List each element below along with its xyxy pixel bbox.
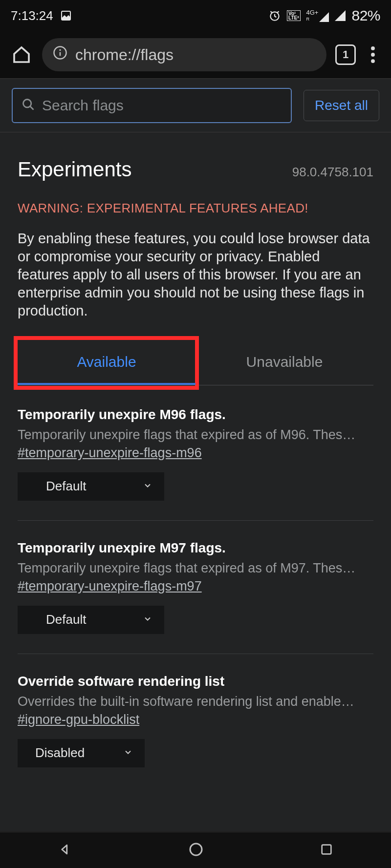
warning-heading: WARNING: EXPERIMENTAL FEATURES AHEAD! <box>18 201 373 216</box>
flags-list: Temporarily unexpire M96 flags. Temporar… <box>18 385 373 787</box>
search-row: Reset all <box>0 79 391 132</box>
tab-available[interactable]: Available <box>18 341 196 385</box>
volte-icon: Vo¹LTE² <box>287 10 300 21</box>
status-bar: 7:13:24 Vo¹LTE² 4G+R 82% <box>0 0 391 31</box>
flag-description: Temporarily unexpire flags that expired … <box>18 427 373 443</box>
chevron-down-icon <box>143 479 152 494</box>
tabs-button[interactable]: 1 <box>335 44 356 65</box>
flag-select[interactable]: Default <box>18 606 164 634</box>
flag-hash-link[interactable]: #temporary-unexpire-flags-m96 <box>18 445 202 461</box>
flag-description: Overrides the built-in software renderin… <box>18 694 373 709</box>
battery-percent: 82% <box>351 7 380 24</box>
svg-point-4 <box>371 46 375 50</box>
omnibox-url: chrome://flags <box>75 46 174 64</box>
system-navbar <box>0 832 391 868</box>
svg-point-7 <box>23 100 31 107</box>
signal-icon <box>335 10 346 21</box>
home-button[interactable] <box>10 43 33 66</box>
flag-select-value: Default <box>46 612 86 627</box>
flag-hash-link[interactable]: #temporary-unexpire-flags-m97 <box>18 579 202 594</box>
flag-title: Override software rendering list <box>18 674 373 689</box>
flag-select-value: Default <box>46 479 86 494</box>
warning-body: By enabling these features, you could lo… <box>18 230 373 320</box>
image-icon <box>60 10 72 21</box>
info-icon <box>53 45 67 64</box>
browser-toolbar: chrome://flags 1 <box>0 31 391 79</box>
tab-unavailable[interactable]: Unavailable <box>196 341 373 385</box>
svg-point-5 <box>371 53 375 57</box>
svg-rect-9 <box>322 845 331 854</box>
flag-description: Temporarily unexpire flags that expired … <box>18 561 373 576</box>
svg-point-6 <box>371 59 375 63</box>
search-input[interactable] <box>42 97 282 114</box>
nav-back-button[interactable] <box>58 842 72 859</box>
omnibox[interactable]: chrome://flags <box>42 38 326 71</box>
nav-recents-button[interactable] <box>320 843 333 858</box>
svg-point-3 <box>59 49 61 51</box>
svg-point-8 <box>190 844 202 855</box>
flag-hash-link[interactable]: #ignore-gpu-blocklist <box>18 712 139 727</box>
search-box[interactable] <box>12 88 292 123</box>
chevron-down-icon <box>123 745 133 761</box>
overflow-menu-button[interactable] <box>365 44 381 65</box>
search-icon <box>22 98 35 113</box>
tab-indicator <box>18 383 196 385</box>
flag-title: Temporarily unexpire M97 flags. <box>18 540 373 556</box>
flag-item: Override software rendering list Overrid… <box>18 674 373 787</box>
flag-select[interactable]: Default <box>18 472 164 501</box>
alarm-icon <box>268 9 281 22</box>
page-body: Reset all Experiments 98.0.4758.101 WARN… <box>0 79 391 831</box>
flag-title: Temporarily unexpire M96 flags. <box>18 407 373 423</box>
flag-select-value: Disabled <box>35 745 85 761</box>
flag-item: Temporarily unexpire M97 flags. Temporar… <box>18 540 373 654</box>
nav-home-button[interactable] <box>188 842 204 859</box>
tabs: Available Unavailable <box>18 341 373 385</box>
flag-item: Temporarily unexpire M96 flags. Temporar… <box>18 407 373 521</box>
reset-all-button[interactable]: Reset all <box>304 90 379 121</box>
chevron-down-icon <box>143 612 152 627</box>
signal-4g-icon: 4G+R <box>306 10 329 22</box>
tab-count: 1 <box>343 48 348 61</box>
page-title: Experiments <box>18 158 131 181</box>
flag-select[interactable]: Disabled <box>18 739 145 767</box>
status-time: 7:13:24 <box>11 8 53 23</box>
chrome-version: 98.0.4758.101 <box>292 165 373 180</box>
